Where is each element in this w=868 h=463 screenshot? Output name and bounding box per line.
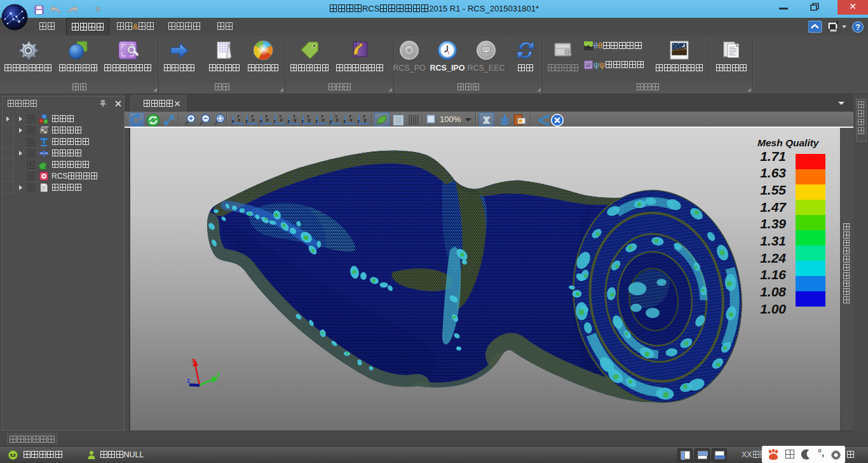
svg-text:x: x [231, 119, 234, 124]
svg-text:z: z [245, 119, 248, 124]
svg-text:z: z [266, 118, 269, 123]
svg-text:?: ? [855, 23, 860, 32]
svg-text:y: y [308, 118, 311, 123]
svg-text:x: x [252, 118, 255, 123]
svg-text:z: z [357, 119, 360, 124]
svg-text:x: x [192, 357, 196, 364]
svg-text:x: x [259, 119, 262, 124]
svg-text:x: x [350, 118, 353, 123]
svg-text:z: z [273, 119, 276, 124]
svg-text:z: z [343, 119, 346, 124]
svg-text:z: z [315, 119, 318, 124]
svg-text:z: z [287, 119, 290, 124]
svg-text:x: x [280, 118, 283, 123]
svg-text:y: y [364, 118, 367, 123]
svg-text:z: z [336, 118, 339, 123]
svg-text:y: y [294, 118, 297, 123]
svg-text:z: z [187, 377, 190, 384]
svg-text:z: z [301, 119, 304, 124]
svg-text:z: z [238, 118, 241, 123]
svg-text:y: y [329, 119, 332, 124]
svg-text:y: y [217, 371, 220, 378]
svg-text:x: x [322, 118, 325, 123]
